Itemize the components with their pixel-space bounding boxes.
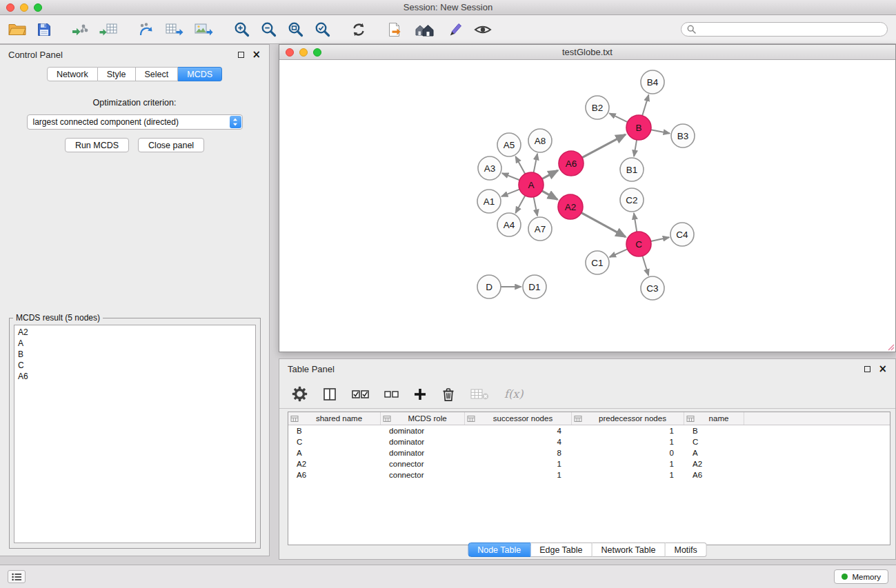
search-input[interactable] — [699, 25, 882, 34]
graph-edge-A-A6[interactable] — [542, 170, 558, 179]
application-window: Session: New Session — [0, 0, 896, 588]
filter-button[interactable] — [446, 22, 463, 37]
network-close-button[interactable] — [286, 48, 294, 57]
home-button[interactable] — [415, 22, 435, 37]
import-group — [72, 22, 117, 37]
cell-mcds-role: dominator — [381, 425, 465, 436]
mcds-result-item[interactable]: B — [18, 349, 252, 360]
graph-edge-C-C4[interactable] — [651, 237, 670, 241]
tab-mcds[interactable]: MCDS — [178, 67, 222, 81]
float-table-panel-icon[interactable] — [864, 366, 870, 372]
graph-edge-B-B3[interactable] — [651, 130, 670, 133]
column-header-mcds-role[interactable]: MCDS role — [381, 412, 465, 425]
mcds-result-item[interactable]: A2 — [18, 327, 252, 338]
graph-edge-C-C2[interactable] — [634, 213, 637, 232]
zoom-out-button[interactable] — [261, 21, 277, 37]
titlebar[interactable]: Session: New Session — [0, 0, 896, 15]
cell-shared-name: A — [288, 447, 381, 458]
zoom-group — [234, 21, 330, 37]
memory-button[interactable]: Memory — [834, 569, 888, 584]
network-canvas[interactable]: B4B2BB3A5A8A6B1A3AC2A1A2A4A7C4CC1C3DD1 — [279, 60, 895, 352]
graph-edge-B-B2[interactable] — [610, 113, 628, 122]
task-history-button[interactable] — [8, 570, 26, 583]
graph-edge-A-A8[interactable] — [534, 154, 538, 172]
function-builder-button[interactable]: f(x) — [504, 387, 523, 401]
import-table-icon — [99, 22, 117, 37]
network-zoom-button[interactable] — [313, 48, 321, 57]
show-hide-button[interactable] — [474, 23, 492, 36]
table-row[interactable]: A6 connector 1 1 A6 — [288, 469, 890, 480]
graph-edge-A-A1[interactable] — [501, 190, 519, 196]
zoom-fit-button[interactable] — [288, 21, 303, 37]
table-row[interactable]: A dominator 8 0 A — [288, 447, 890, 458]
network-window-titlebar[interactable]: testGlobe.txt — [279, 45, 895, 60]
export-network-button[interactable] — [138, 22, 155, 37]
network-minimize-button[interactable] — [299, 48, 308, 57]
graph-edge-A-A3[interactable] — [502, 173, 519, 180]
graph-node-label: B — [635, 123, 641, 133]
window-resize-grip[interactable] — [886, 342, 895, 351]
graph-node-label: B1 — [626, 165, 638, 175]
close-panel-button[interactable]: Close panel — [138, 138, 204, 152]
mcds-result-item[interactable]: C — [18, 360, 252, 371]
zoom-selected-button[interactable] — [315, 21, 330, 37]
graph-edge-A6-B[interactable] — [582, 134, 626, 157]
save-session-button[interactable] — [37, 23, 51, 37]
optimization-criterion-select[interactable]: largest connected component (directed) — [27, 114, 243, 130]
graph-edge-A-A5[interactable] — [515, 156, 525, 174]
graph-edge-A-A4[interactable] — [515, 196, 525, 213]
tab-network[interactable]: Network — [47, 67, 98, 81]
close-window-button[interactable] — [6, 3, 14, 12]
mcds-result-item[interactable]: A — [18, 338, 252, 349]
network-window-controls — [286, 48, 321, 57]
table-row[interactable]: C dominator 4 1 C — [288, 436, 890, 447]
tab-edge-table[interactable]: Edge Table — [530, 543, 592, 557]
import-table-button[interactable] — [99, 22, 117, 37]
graph-edge-A-A7[interactable] — [534, 197, 538, 216]
table-row[interactable]: B dominator 4 1 B — [288, 425, 890, 436]
refresh-icon — [351, 22, 366, 37]
tab-select[interactable]: Select — [136, 67, 179, 81]
import-network-button[interactable] — [72, 22, 88, 37]
graph-edge-A-A2[interactable] — [542, 191, 557, 200]
zoom-in-button[interactable] — [234, 21, 250, 37]
export-table-button[interactable] — [166, 22, 183, 37]
graph-edge-C-C3[interactable] — [642, 256, 648, 275]
column-header-name[interactable]: name — [684, 412, 744, 425]
status-bar: Memory — [0, 565, 896, 588]
select-all-button[interactable] — [352, 389, 369, 400]
refresh-button[interactable] — [351, 22, 366, 37]
minimize-window-button[interactable] — [20, 3, 28, 12]
graph-edge-A2-C[interactable] — [581, 213, 626, 237]
tab-node-table[interactable]: Node Table — [468, 543, 530, 557]
tab-style[interactable]: Style — [98, 67, 136, 81]
close-panel-icon[interactable]: × — [252, 51, 261, 58]
delete-table-button[interactable] — [470, 388, 489, 401]
column-header-predecessor-nodes[interactable]: predecessor nodes — [572, 412, 684, 425]
graph-edge-B-B1[interactable] — [634, 140, 637, 156]
open-folder-icon — [8, 23, 26, 37]
export-image-button[interactable] — [195, 22, 213, 37]
open-session-button[interactable] — [8, 23, 26, 37]
cell-shared-name: A6 — [288, 469, 381, 480]
document-export-button[interactable] — [387, 22, 404, 37]
run-mcds-button[interactable]: Run MCDS — [65, 138, 129, 152]
float-panel-icon[interactable] — [238, 52, 244, 58]
deselect-all-button[interactable] — [384, 389, 399, 399]
search-icon — [687, 25, 696, 34]
close-table-panel-icon[interactable]: × — [878, 365, 887, 372]
tab-motifs[interactable]: Motifs — [665, 543, 706, 557]
show-columns-button[interactable] — [323, 387, 337, 401]
refresh-group — [351, 22, 366, 37]
zoom-window-button[interactable] — [34, 3, 42, 12]
table-row[interactable]: A2 connector 1 1 A2 — [288, 458, 890, 469]
column-header-shared-name[interactable]: shared name — [288, 412, 381, 425]
delete-column-button[interactable] — [441, 387, 455, 402]
column-header-successor-nodes[interactable]: successor nodes — [465, 412, 572, 425]
table-settings-button[interactable] — [292, 386, 308, 402]
graph-edge-C-C1[interactable] — [610, 249, 628, 257]
add-column-button[interactable] — [414, 388, 426, 401]
mcds-result-item[interactable]: A6 — [18, 371, 252, 382]
graph-edge-B-B4[interactable] — [642, 95, 648, 116]
tab-network-table[interactable]: Network Table — [593, 543, 666, 557]
